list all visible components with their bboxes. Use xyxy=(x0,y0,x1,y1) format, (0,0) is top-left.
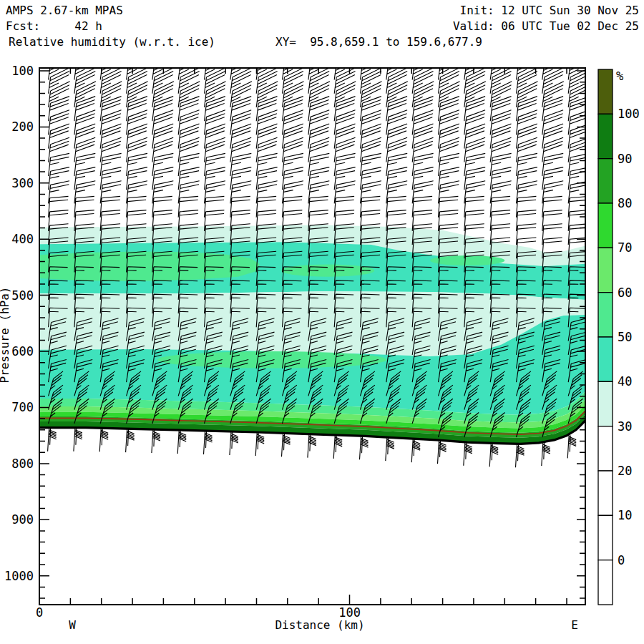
colorbar-tick-label: 100 xyxy=(618,107,640,121)
colorbar-tick-label: 90 xyxy=(618,152,632,166)
east-end-label: E xyxy=(571,618,578,632)
y-tick-label: 100 xyxy=(11,64,34,78)
colorbar-segment xyxy=(598,471,613,515)
y-tick-label: 400 xyxy=(11,232,34,246)
y-tick-label: 700 xyxy=(11,400,34,414)
colorbar-tick-label: 40 xyxy=(618,374,632,389)
colorbar-segment xyxy=(598,248,613,292)
cross-section-chart: 1002003004005006007008009001000010010090… xyxy=(0,0,644,644)
chart-render-root: 1002003004005006007008009001000010010090… xyxy=(4,54,640,620)
colorbar-tick-label: 0 xyxy=(618,553,625,567)
colorbar-tick-label: 20 xyxy=(618,464,632,478)
y-tick-label: 200 xyxy=(11,119,34,134)
colorbar-tick-label: 10 xyxy=(618,508,632,522)
colorbar-segment xyxy=(598,159,613,203)
y-tick-label: 600 xyxy=(11,344,34,358)
y-axis-title: Pressure (hPa) xyxy=(0,287,11,384)
colorbar-segment xyxy=(598,293,613,337)
colorbar-segment xyxy=(598,203,613,248)
colorbar-tick-label: 70 xyxy=(618,240,632,255)
colorbar-segment xyxy=(598,114,613,158)
colorbar-tick-label: 30 xyxy=(618,419,632,434)
colorbar-segment xyxy=(598,381,613,426)
colorbar-tick-label: 50 xyxy=(618,330,632,344)
amps-cross-section-page: AMPS 2.67-km MPAS Fcst: 42 h Relative hu… xyxy=(0,0,644,644)
y-tick-label: 900 xyxy=(11,512,34,527)
y-tick-label: 300 xyxy=(11,176,34,190)
colorbar-segment xyxy=(598,426,613,471)
west-end-label: W xyxy=(69,618,76,632)
colorbar-segment xyxy=(598,337,613,381)
y-tick-label: 1000 xyxy=(4,569,34,583)
colorbar-segment xyxy=(598,515,613,560)
x-tick-label: 100 xyxy=(338,605,361,620)
colorbar-segment xyxy=(598,560,613,605)
colorbar-unit: % xyxy=(616,69,623,83)
x-axis-title: Distance (km) xyxy=(275,618,364,632)
colorbar: 1009080706050403020100 xyxy=(598,69,640,605)
x-tick-label: 0 xyxy=(36,605,43,620)
colorbar-tick-label: 60 xyxy=(618,286,632,300)
y-tick-label: 500 xyxy=(11,288,34,303)
y-tick-label: 800 xyxy=(11,457,34,471)
colorbar-segment xyxy=(598,69,613,114)
colorbar-tick-label: 80 xyxy=(618,196,632,210)
